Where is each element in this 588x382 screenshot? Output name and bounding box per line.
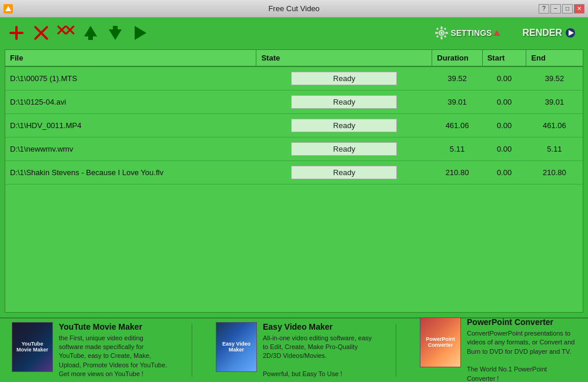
window-title: Free Cut Video: [268, 4, 319, 13]
promo-thumbnail: PowerPoint Converter: [420, 317, 461, 367]
window-controls: ? − □ ✕: [539, 4, 584, 14]
state-badge: Ready: [291, 166, 397, 179]
promo-text-area: PowerPoint ConverterConvertPowerPoint pr…: [467, 317, 576, 382]
duration-cell: 39.52: [432, 66, 482, 90]
column-header-state: State: [256, 50, 432, 66]
state-cell: Ready: [256, 66, 432, 90]
clear-all-button[interactable]: [55, 22, 76, 43]
table-body: D:\1\00075 (1).MTSReady39.520.0039.52D:\…: [5, 66, 583, 184]
start-cell: 0.00: [482, 137, 526, 160]
state-cell: Ready: [256, 113, 432, 137]
settings-button[interactable]: SETTINGS: [429, 24, 507, 42]
svg-rect-23: [444, 35, 446, 38]
svg-marker-24: [493, 30, 500, 36]
svg-marker-0: [5, 6, 11, 11]
file-cell: D:\1\0125-04.avi: [5, 90, 256, 113]
promo-thumbnail: YouTube Movie Maker: [12, 322, 53, 372]
start-cell: 0.00: [482, 160, 526, 184]
state-badge: Ready: [291, 142, 397, 156]
end-cell: 210.80: [526, 160, 583, 184]
promo-divider: [396, 324, 396, 377]
start-cell: 0.00: [482, 66, 526, 90]
file-table: File State Duration Start End D:\1\00075…: [5, 50, 583, 185]
end-cell: 39.01: [526, 90, 583, 113]
column-header-file: File: [5, 50, 256, 66]
promo-text-area: Easy Video MakerAll-in-one video editing…: [263, 322, 372, 379]
file-cell: D:\1\HDV_0011.MP4: [5, 113, 256, 137]
svg-point-15: [440, 32, 443, 34]
move-down-button[interactable]: [105, 22, 126, 43]
start-cell: 0.00: [482, 113, 526, 137]
table-row[interactable]: D:\1\00075 (1).MTSReady39.520.0039.52: [5, 66, 583, 90]
duration-cell: 210.80: [432, 160, 482, 184]
promo-desc: ConvertPowerPoint presentations to video…: [467, 329, 576, 382]
svg-marker-13: [135, 26, 146, 40]
title-bar: Free Cut Video ? − □ ✕: [0, 0, 588, 18]
render-button[interactable]: RENDER: [515, 25, 583, 41]
svg-rect-12: [113, 26, 118, 30]
svg-marker-11: [109, 29, 122, 40]
promo-item[interactable]: PowerPoint ConverterPowerPoint Converter…: [420, 317, 576, 382]
duration-cell: 461.06: [432, 113, 482, 137]
duration-cell: 39.01: [432, 90, 482, 113]
duration-cell: 5.11: [432, 137, 482, 160]
promo-title: Easy Video Maker: [263, 322, 372, 331]
table-row[interactable]: D:\1\0125-04.aviReady39.010.0039.01: [5, 90, 583, 113]
minimize-button[interactable]: −: [550, 4, 561, 14]
state-cell: Ready: [256, 160, 432, 184]
promo-desc: All-in-one video editing software, easy …: [263, 334, 372, 379]
table-header-row: File State Duration Start End: [5, 50, 583, 66]
title-bar-left: [4, 4, 13, 14]
file-cell: D:\1\newwmv.wmv: [5, 137, 256, 160]
file-table-container: File State Duration Start End D:\1\00075…: [5, 49, 583, 313]
svg-rect-20: [436, 28, 439, 30]
svg-rect-10: [88, 36, 93, 40]
render-label: RENDER: [522, 28, 562, 38]
table-row[interactable]: D:\1\newwmv.wmvReady5.110.005.11: [5, 137, 583, 160]
column-header-end: End: [526, 50, 583, 66]
file-cell: D:\1\00075 (1).MTS: [5, 66, 256, 90]
promo-title: YouTute Movie Maker: [59, 322, 168, 331]
app-icon: [4, 4, 13, 14]
file-cell: D:\1\Shakin Stevens - Because I Love You…: [5, 160, 256, 184]
help-button[interactable]: ?: [539, 4, 549, 14]
remove-button[interactable]: [31, 22, 52, 43]
promo-item[interactable]: Easy Video MakerEasy Video MakerAll-in-o…: [216, 322, 372, 379]
svg-rect-16: [441, 26, 443, 29]
column-header-duration: Duration: [432, 50, 482, 66]
state-cell: Ready: [256, 90, 432, 113]
promo-divider: [192, 324, 192, 377]
svg-rect-17: [441, 36, 443, 39]
end-cell: 461.06: [526, 113, 583, 137]
svg-rect-22: [436, 35, 439, 38]
state-cell: Ready: [256, 137, 432, 160]
svg-rect-21: [444, 28, 446, 30]
table-row[interactable]: D:\1\HDV_0011.MP4Ready461.060.00461.06: [5, 113, 583, 137]
main-area: SETTINGS RENDER File State Duration Star…: [0, 18, 588, 317]
play-button[interactable]: [129, 22, 151, 43]
state-badge: Ready: [291, 95, 397, 109]
toolbar: SETTINGS RENDER: [5, 22, 583, 43]
promo-thumbnail: Easy Video Maker: [216, 322, 257, 372]
state-badge: Ready: [291, 72, 397, 85]
close-button[interactable]: ✕: [574, 4, 584, 14]
svg-rect-18: [435, 32, 438, 34]
promo-bar: YouTube Movie MakerYouTute Movie Makerth…: [0, 317, 588, 382]
maximize-button[interactable]: □: [562, 4, 573, 14]
promo-desc: the First, unique video editing software…: [59, 334, 168, 379]
start-cell: 0.00: [482, 90, 526, 113]
promo-item[interactable]: YouTube Movie MakerYouTute Movie Makerth…: [12, 322, 168, 379]
svg-marker-9: [84, 26, 97, 36]
move-up-button[interactable]: [80, 22, 101, 43]
state-badge: Ready: [291, 119, 397, 132]
promo-title: PowerPoint Converter: [467, 317, 576, 327]
end-cell: 39.52: [526, 66, 583, 90]
svg-rect-19: [445, 32, 448, 34]
column-header-start: Start: [482, 50, 526, 66]
promo-text-area: YouTute Movie Makerthe First, unique vid…: [59, 322, 168, 379]
settings-label: SETTINGS: [450, 28, 492, 38]
end-cell: 5.11: [526, 137, 583, 160]
table-row[interactable]: D:\1\Shakin Stevens - Because I Love You…: [5, 160, 583, 184]
add-button[interactable]: [6, 22, 27, 43]
